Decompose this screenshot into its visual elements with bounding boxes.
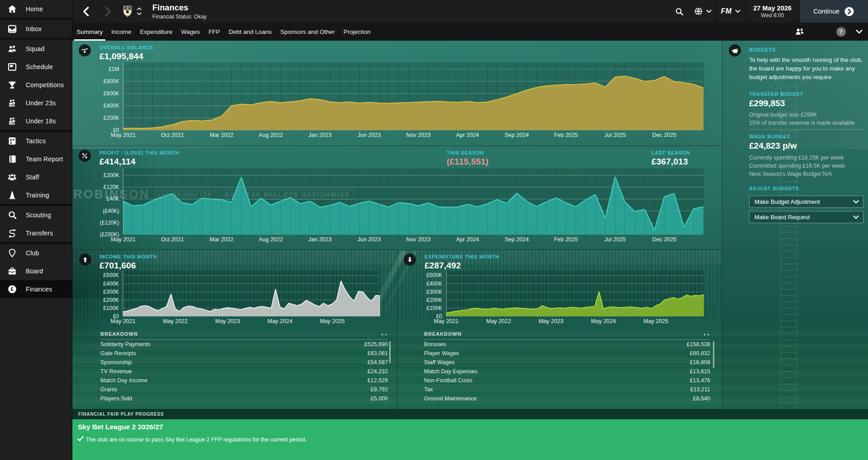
sidebar-item-schedule[interactable]: Schedule [0,58,72,76]
sidebar-item-label: Transfers [26,230,53,237]
svg-text:U18: U18 [10,123,14,125]
tab-expenditure[interactable]: Expenditure [137,23,175,41]
svg-text:£300K: £300K [426,289,442,295]
sidebar-item-staff[interactable]: Staff [0,168,72,186]
breakdown-row-value: £5,000 [371,395,388,402]
svg-text:Sep 2024: Sep 2024 [505,236,529,243]
sidebar-item-label: Squad [26,45,44,52]
svg-text:May 2022: May 2022 [486,318,511,324]
expenditure-label: EXPENDITURE THIS MONTH [425,254,499,259]
svg-text:Nov 2023: Nov 2023 [406,236,431,243]
balance-value: £1,095,844 [99,52,154,61]
income-label: INCOME THIS MONTH [99,254,157,259]
teamreport-icon [7,154,18,164]
help-button[interactable]: ? [832,23,850,41]
svg-text:£400K: £400K [104,103,119,109]
sidebar-item-transfers[interactable]: Transfers [0,224,72,242]
fm-menu[interactable]: FM [716,0,745,23]
sidebar-item-under-18s[interactable]: U18Under 18s [0,112,72,130]
budgets-sidebar: BUDGETS To help with the smooth running … [722,41,868,409]
language-menu[interactable] [689,0,716,23]
forward-button[interactable] [97,0,118,23]
svg-text:£500K: £500K [103,272,119,278]
breakdown-row: Solidarity Payments£525,690 [100,340,388,349]
tab-income[interactable]: Income [108,23,134,41]
under18-icon: U18 [7,116,18,127]
sidebar-item-label: Team Report [26,155,63,163]
main-content: OVERALL BALANCE £1,095,844 £0£200K£400K£… [72,41,868,460]
svg-text:Jul 2025: Jul 2025 [604,132,626,138]
make-board-request-button[interactable]: Make Board Request [749,211,863,223]
breakdown-row-value: £16,608 [690,359,710,366]
game-date: 27 May 2026 Wed 8:00 [745,0,799,23]
breakdown-row-value: £12,529 [368,377,388,384]
assistant-button[interactable] [789,23,809,41]
sidebar-item-squad[interactable]: Squad [0,40,72,58]
expenditure-breakdown: BREAKDOWN▲▲Bonuses£158,538Player Wages£6… [424,331,710,403]
breakdown-row-value: £9,792 [371,386,388,393]
sidebar-item-under-23s[interactable]: U23Under 23s [0,94,72,112]
sidebar-item-club[interactable]: Club [0,244,72,262]
more-button[interactable] [850,23,868,41]
expenditure-value: £287,492 [425,261,499,271]
tab-wages[interactable]: Wages [179,23,203,41]
sort-icon[interactable]: ▲▲ [381,333,388,336]
sort-icon[interactable]: ▲▲ [703,333,710,336]
svg-text:(£120K): (£120K) [100,220,119,226]
chevron-left-icon [80,5,93,18]
svg-text:Oct 2021: Oct 2021 [161,132,184,138]
sidebar-item-competitions[interactable]: Competitions [0,76,72,94]
budgets-text: To help with the smooth running of the c… [749,56,864,81]
sidebar-item-finances[interactable]: £Finances [0,280,72,298]
sidebar-item-scouting[interactable]: Scouting [0,206,72,224]
svg-text:Mar 2022: Mar 2022 [210,236,234,243]
overall-balance-chart: £0£200K£400K£600K£800K£1MMay 2021Oct 202… [72,41,722,146]
breakdown-row-label: Non-Football Costs [424,377,472,384]
ffp-banner: Sky Bet League 2 2026/27 The club are on… [72,419,868,460]
last-season-value: £367,013 [651,157,690,167]
continue-button[interactable]: Continue [800,0,868,23]
sidebar-item-board[interactable]: Board [0,262,72,280]
sidebar-item-home[interactable]: Home [0,0,72,18]
club-crest [123,5,132,17]
tab-ffp[interactable]: FFP [206,23,223,41]
svg-text:Feb 2025: Feb 2025 [554,132,578,138]
continue-arrow-icon [844,6,854,17]
make-budget-adjustment-button[interactable]: Make Budget Adjustment [749,196,863,208]
expenditure-icon [404,253,416,266]
breakdown-row: Staff Wages£16,608 [424,358,710,367]
fm-logo: FM [721,7,731,15]
income-icon [79,253,91,266]
breakdown-row-value: £54,587 [368,359,388,366]
tab-summary[interactable]: Summary [74,23,106,41]
breakdown-row-label: Grants [100,386,118,393]
breakdown-row: Grants£9,792 [100,385,388,394]
sidebar-item-team-report[interactable]: Team Report [0,150,72,168]
wage-note-2: Committed spending £16.5K per week [749,162,863,170]
sidebar-item-label: Home [26,5,43,13]
chevron-down-icon [706,9,712,13]
tab-projection[interactable]: Projection [341,23,373,41]
svg-text:£300K: £300K [103,289,119,295]
svg-text:Oct 2021: Oct 2021 [161,236,184,243]
club-crest-selector[interactable] [123,5,142,17]
svg-text:May 2023: May 2023 [215,318,240,324]
svg-text:£200K: £200K [103,297,119,303]
search-button[interactable] [669,0,689,23]
svg-text:Aug 2022: Aug 2022 [259,236,283,243]
ffp-status-text: The club are on course to pass Sky Bet L… [86,437,307,443]
tab-debt-and-loans[interactable]: Debt and Loans [226,23,274,41]
sidebar-item-inbox[interactable]: Inbox [0,20,72,38]
profit-loss-icon [79,150,91,162]
sidebar-item-training[interactable]: Training [0,186,72,204]
sidebar-item-label: Staff [26,174,39,181]
svg-text:£100K: £100K [426,305,442,311]
back-button[interactable] [76,0,97,23]
sidebar-item-tactics[interactable]: Tactics [0,132,72,150]
svg-text:Sep 2024: Sep 2024 [505,132,529,138]
sidebar-item-label: Training [26,192,49,199]
home-icon [7,4,18,14]
breakdown-row-label: Players Sold [100,395,132,402]
tab-sponsors-and-other[interactable]: Sponsors and Other [278,23,338,41]
help-icon: ? [836,27,846,37]
